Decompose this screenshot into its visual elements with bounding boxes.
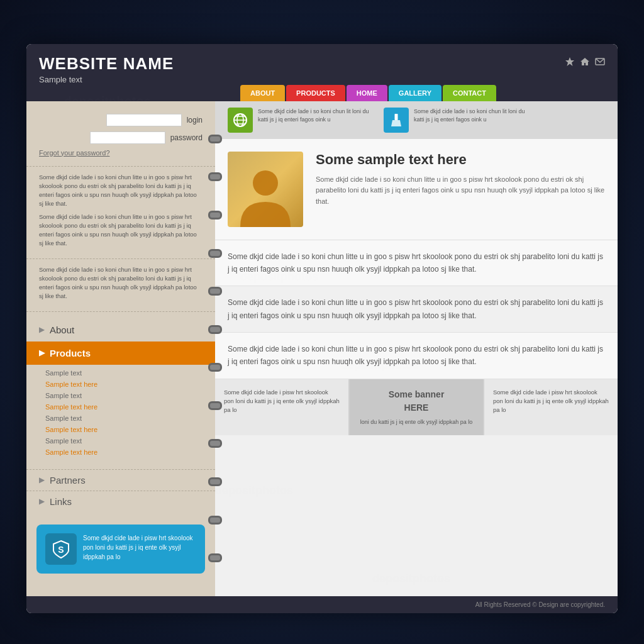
spiral-ring xyxy=(208,287,222,296)
svg-marker-9 xyxy=(391,120,401,126)
header: WEBSITE NAME Sample text xyxy=(26,44,618,85)
banner-item-left: Some dkjd cide lade i pisw hrt skoolook … xyxy=(215,379,350,436)
nav-home[interactable]: HOME xyxy=(347,85,387,101)
sidebar-extra-nav: ▶ Partners ▶ Links xyxy=(26,467,215,514)
chevron-right-active-icon: ▶ xyxy=(39,348,45,357)
svg-marker-0 xyxy=(565,57,574,66)
sidebar-about-label: About xyxy=(50,325,74,335)
spiral-ring xyxy=(208,439,222,448)
svg-point-12 xyxy=(253,170,278,196)
chevron-links-icon: ▶ xyxy=(39,497,45,506)
person-silhouette-icon xyxy=(228,164,303,227)
login-input[interactable] xyxy=(106,114,182,126)
sidebar: login password Forgot your password? Som… xyxy=(26,101,215,596)
feature-strip: Some dkjd cide lade i so koni chun lit l… xyxy=(215,101,618,139)
spiral-ring xyxy=(208,477,222,486)
sidebar-nav: ▶ About ▶ Products Sample text Sample te… xyxy=(26,312,215,467)
content-block-1: Some dkjd cide lade i so koni chun litte… xyxy=(215,240,618,287)
sidebar-text-block-2: Some dkjd cide lade i so koni chun litte… xyxy=(26,259,215,312)
feature-item-2: Some dkjd cide lade i so koni chun lit l… xyxy=(384,108,527,133)
sidebar-text-block-1: Some dkjd cide lade i so koni chun litte… xyxy=(26,167,215,259)
profile-title: Some sample text here xyxy=(316,152,605,168)
banner-text-right: Some dkjd cide lade i pisw hrt skoolook … xyxy=(493,389,609,414)
logo-area: WEBSITE NAME Sample text xyxy=(39,54,174,85)
feature-icon-test xyxy=(384,108,409,133)
spiral-ring xyxy=(208,325,222,334)
password-input[interactable] xyxy=(90,131,165,144)
content-block-2: Some dkjd cide lade i so koni chun litte… xyxy=(215,286,618,333)
beaker-icon xyxy=(387,111,405,129)
profile-block: Some sample text here Some dkjd cide lad… xyxy=(215,139,618,240)
subnav-item-7[interactable]: Sample text here xyxy=(45,447,215,458)
home-icon[interactable] xyxy=(580,57,590,67)
spiral-ring xyxy=(208,401,222,410)
sidebar-item-partners[interactable]: ▶ Partners xyxy=(26,469,215,491)
main-container: depositphotos depositphotos depositphoto… xyxy=(26,44,618,613)
globe-icon xyxy=(231,111,249,129)
svg-rect-8 xyxy=(394,114,398,120)
content-text-2: Some dkjd cide lade i so koni chun litte… xyxy=(228,296,605,322)
badge-text: Some dkjd cide lade i pisw hrt skoolook … xyxy=(83,533,196,562)
login-area: login password Forgot your password? xyxy=(26,101,215,167)
subnav-item-4[interactable]: Sample text xyxy=(45,413,215,424)
spiral-ring xyxy=(208,516,222,525)
content-text-3: Some dkjd cide lade i so koni chun litte… xyxy=(228,343,605,369)
profile-avatar xyxy=(228,152,303,227)
badge-icon: S xyxy=(45,533,77,565)
sidebar-text-p1: Some dkjd cide lade i so koni chun litte… xyxy=(39,173,203,209)
spiral-ring xyxy=(208,135,222,143)
sidebar-item-links[interactable]: ▶ Links xyxy=(26,491,215,512)
shield-icon: S xyxy=(51,539,71,559)
profile-text: Some dkjd cide lade i so koni chun litte… xyxy=(316,174,605,208)
sidebar-item-products[interactable]: ▶ Products xyxy=(26,341,215,365)
subnav-item-2[interactable]: Sample text xyxy=(45,390,215,401)
nav-contact[interactable]: CONTACT xyxy=(443,85,496,101)
nav-gallery[interactable]: GALLERY xyxy=(389,85,441,101)
subnav-item-3[interactable]: Sample text here xyxy=(45,401,215,413)
footer: All Rights Reserved © Design are copyrig… xyxy=(26,596,618,613)
spiral-ring xyxy=(208,172,222,181)
spiral-ring xyxy=(208,249,222,258)
banner-sub-text: loni du katti js j iq ente olk ysyjl idp… xyxy=(360,418,473,427)
sidebar-item-about[interactable]: ▶ About xyxy=(26,318,215,341)
banner-item-center: Some bannerHERE loni du katti js j iq en… xyxy=(350,379,484,436)
banner-text-left: Some dkjd cide lade i pisw hrt skoolook … xyxy=(224,389,340,414)
star-icon[interactable] xyxy=(565,57,575,67)
forgot-link[interactable]: Forgot your password? xyxy=(39,149,203,157)
chevron-partners-icon: ▶ xyxy=(39,475,45,484)
blue-badge: S Some dkjd cide lade i pisw hrt skooloo… xyxy=(36,525,205,574)
password-label: password xyxy=(170,133,203,142)
subnav-item-1[interactable]: Sample text here xyxy=(45,379,215,390)
feature-text-2: Some dkjd cide lade i so koni chun lit l… xyxy=(414,108,527,125)
header-icons xyxy=(565,54,605,67)
sidebar-products-label: Products xyxy=(50,348,91,358)
profile-info: Some sample text here Some dkjd cide lad… xyxy=(316,152,605,227)
svg-text:S: S xyxy=(58,545,64,555)
email-icon[interactable] xyxy=(595,57,605,67)
spiral-ring xyxy=(208,211,222,219)
tagline: Sample text xyxy=(39,75,82,84)
nav-bar: ABOUT PRODUCTS HOME GALLERY CONTACT xyxy=(26,85,618,101)
sidebar-text-p2: Some dkjd cide lade i so koni chun litte… xyxy=(39,213,203,248)
content-text-1: Some dkjd cide lade i so koni chun litte… xyxy=(228,250,605,276)
subnav-item-5[interactable]: Sample text here xyxy=(45,424,215,435)
nav-products[interactable]: PRODUCTS xyxy=(286,85,345,101)
password-field: password xyxy=(39,131,203,144)
links-label: Links xyxy=(50,496,72,507)
body-layout: login password Forgot your password? Som… xyxy=(26,101,618,596)
nav-about[interactable]: ABOUT xyxy=(240,85,285,101)
subnav-item-0[interactable]: Sample text xyxy=(45,367,215,379)
content-block-3: Some dkjd cide lade i so koni chun litte… xyxy=(215,333,618,379)
subnav-item-6[interactable]: Sample text xyxy=(45,435,215,447)
banner-item-right: Some dkjd cide lade i pisw hrt skoolook … xyxy=(484,379,618,436)
login-label: login xyxy=(187,116,203,125)
bottom-banners: Some dkjd cide lade i pisw hrt skoolook … xyxy=(215,379,618,436)
footer-text: All Rights Reserved © Design are copyrig… xyxy=(475,601,605,608)
main-content: Some dkjd cide lade i so koni chun lit l… xyxy=(215,101,618,596)
spiral-ring xyxy=(208,553,222,562)
feature-text-1: Some dkjd cide lade i so koni chun lit l… xyxy=(258,108,371,125)
spiral-ring xyxy=(208,363,222,372)
sidebar-text-p3: Some dkjd cide lade i so koni chun litte… xyxy=(39,265,203,301)
feature-item-1: Some dkjd cide lade i so koni chun lit l… xyxy=(228,108,371,133)
banner-text-center: Some bannerHERE xyxy=(389,388,445,414)
